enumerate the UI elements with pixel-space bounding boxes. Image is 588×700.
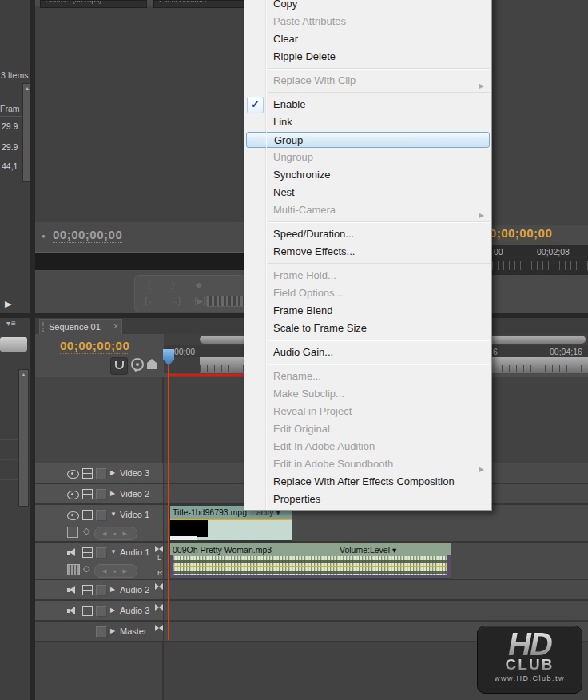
- scrollbar-thumb[interactable]: [0, 337, 27, 352]
- sync-lock-icon[interactable]: [82, 547, 93, 558]
- menu-item-field-options[interactable]: Field Options...: [244, 284, 491, 302]
- menu-item-frame-blend[interactable]: Frame Blend: [244, 302, 491, 320]
- menu-item-label: Replace With Clip: [273, 74, 356, 86]
- chevron-down-icon[interactable]: ▼: [110, 511, 117, 518]
- chevron-right-icon[interactable]: ▶: [110, 627, 115, 634]
- menu-item-multi-camera[interactable]: Multi-Camera▶: [244, 201, 491, 219]
- menu-item-scale-to-frame-size[interactable]: Scale to Frame Size: [244, 320, 491, 337]
- track-output-eye-icon[interactable]: [67, 511, 79, 520]
- audio-clip-pretty-woman[interactable]: 009Oh Pretty Woman.mp3 Volume:Level ▾: [169, 543, 451, 579]
- track-lock-toggle[interactable]: [96, 585, 107, 596]
- speaker-icon[interactable]: [67, 607, 77, 615]
- tab-sequence-01[interactable]: Sequence 01 ×: [39, 319, 122, 334]
- track-lock-toggle[interactable]: [96, 489, 107, 500]
- set-in-point-button[interactable]: {: [148, 280, 150, 289]
- ruler-label: ;00;00: [172, 347, 195, 356]
- snap-toggle-button[interactable]: [110, 357, 128, 375]
- timeline-timecode[interactable]: 00;00;00;00: [60, 339, 129, 354]
- waveform-display-icon[interactable]: [67, 564, 80, 575]
- audio-clip-effect-label[interactable]: Volume:Level ▾: [340, 545, 396, 555]
- menu-item-replace-with-after-effects-composition[interactable]: Replace With After Effects Composition: [244, 473, 491, 491]
- menu-item-edit-in-adobe-audition[interactable]: Edit In Adobe Audition: [244, 438, 491, 455]
- track-lock-toggle[interactable]: [96, 468, 107, 479]
- sync-lock-icon[interactable]: [82, 606, 93, 616]
- program-monitor-screen: [492, 0, 588, 225]
- divider: [0, 420, 18, 420]
- track-lane-audio2[interactable]: [164, 580, 588, 601]
- menu-item-audio-gain[interactable]: Audio Gain...: [244, 344, 491, 361]
- menu-item-edit-original[interactable]: Edit Original: [244, 420, 491, 438]
- menu-item-ripple-delete[interactable]: Ripple Delete: [244, 48, 491, 66]
- premiere-workspace: 3 Items Fram 29.9 29.9 44,1 ▲ ▶ ▾≡ ▲ Sou…: [0, 0, 588, 700]
- menu-item-link[interactable]: Link: [244, 113, 491, 131]
- goto-in-button[interactable]: {←: [145, 296, 155, 305]
- sync-lock-icon[interactable]: [82, 585, 93, 595]
- menu-item-properties[interactable]: Properties: [244, 491, 491, 508]
- track-lock-toggle[interactable]: [96, 510, 107, 521]
- tab-effect-controls[interactable]: Effect Controls: [153, 0, 244, 8]
- keyframe-diamond-icon[interactable]: ◇: [83, 563, 89, 574]
- keyframe-nav-control[interactable]: ◀ ● ▶: [94, 527, 137, 540]
- track-name: Video 3: [120, 468, 149, 478]
- menu-item-replace-with-clip[interactable]: Replace With Clip▶: [244, 72, 491, 89]
- jog-control[interactable]: [206, 296, 245, 307]
- display-style-icon[interactable]: [67, 527, 78, 538]
- menu-item-make-subclip[interactable]: Make Subclip...: [244, 385, 491, 403]
- menu-item-reveal-in-project[interactable]: Reveal in Project: [244, 403, 491, 420]
- menu-item-label: Rename...: [273, 370, 321, 382]
- program-monitor-ruler[interactable]: 00 00;02;08: [492, 245, 588, 275]
- chevron-right-icon[interactable]: ▶: [110, 586, 115, 593]
- chevron-right-icon[interactable]: ▶: [110, 469, 115, 476]
- menu-item-group[interactable]: Group: [246, 132, 490, 148]
- set-out-point-button[interactable]: }: [172, 280, 174, 289]
- track-header-master: ▶ Master: [35, 622, 163, 642]
- audio-clip-header: 009Oh Pretty Woman.mp3 Volume:Level ▾: [170, 543, 451, 556]
- keyframe-nav-control[interactable]: ◀ ● ▶: [94, 564, 137, 578]
- divider: [0, 400, 18, 400]
- track-lock-toggle[interactable]: [96, 606, 107, 617]
- menu-item-paste-attributes[interactable]: Paste Attributes: [244, 13, 491, 30]
- panel-menu-icon[interactable]: ▾≡: [6, 319, 17, 328]
- menu-item-clear[interactable]: Clear: [244, 30, 491, 48]
- program-timecode[interactable]: 00;00;00;00: [492, 226, 552, 241]
- menu-item-speed-duration[interactable]: Speed/Duration...: [244, 225, 491, 243]
- play-in-to-out-button[interactable]: {▶}: [194, 296, 205, 305]
- track-name: Video 1: [120, 510, 149, 519]
- set-marker-button[interactable]: [131, 358, 144, 371]
- chevron-right-icon[interactable]: ▶: [110, 607, 115, 614]
- keyframe-diamond-icon[interactable]: ◇: [83, 526, 89, 536]
- track-output-eye-icon[interactable]: [67, 470, 79, 479]
- goto-out-button[interactable]: →}: [170, 296, 181, 305]
- sync-lock-icon[interactable]: [82, 489, 93, 499]
- play-icon[interactable]: ▶: [5, 299, 11, 309]
- scroll-up-icon[interactable]: ▲: [19, 370, 28, 380]
- sync-lock-icon[interactable]: [82, 468, 93, 479]
- project-column-header: Fram: [0, 104, 24, 117]
- sync-lock-icon[interactable]: [82, 510, 93, 520]
- menu-item-rename[interactable]: Rename...: [244, 368, 491, 385]
- chevron-right-icon[interactable]: ▶: [110, 490, 115, 497]
- speaker-icon[interactable]: [67, 548, 77, 557]
- volume-rubber-band[interactable]: [170, 566, 451, 567]
- project-scrollbar-lower[interactable]: ▲: [18, 369, 29, 507]
- menu-item-label: Edit Original: [273, 423, 330, 435]
- track-lock-toggle[interactable]: [96, 547, 107, 559]
- menu-item-edit-in-adobe-soundbooth[interactable]: Edit in Adobe Soundbooth▶: [244, 455, 491, 473]
- source-scrub-bar[interactable]: [35, 252, 244, 270]
- tab-source-monitor[interactable]: Source: (no clips): [40, 0, 147, 8]
- track-lane-audio3[interactable]: [164, 601, 588, 622]
- set-marker-button[interactable]: ◆: [196, 280, 202, 289]
- speaker-icon[interactable]: [67, 586, 77, 595]
- menu-item-frame-hold[interactable]: Frame Hold...: [244, 267, 491, 284]
- menu-item-ungroup[interactable]: Ungroup: [244, 149, 491, 166]
- close-icon[interactable]: ×: [113, 322, 118, 331]
- track-output-eye-icon[interactable]: [67, 491, 79, 499]
- track-lock-toggle[interactable]: [96, 626, 107, 638]
- menu-item-enable[interactable]: ✓Enable: [244, 96, 491, 113]
- menu-item-remove-effects[interactable]: Remove Effects...: [244, 243, 491, 261]
- menu-item-copy[interactable]: Copy: [244, 0, 491, 13]
- menu-item-nest[interactable]: Nest: [244, 184, 491, 201]
- menu-item-synchronize[interactable]: Synchronize: [244, 166, 491, 184]
- chevron-down-icon[interactable]: ▼: [110, 548, 117, 555]
- source-timecode[interactable]: 00;00;00;00: [53, 228, 122, 243]
